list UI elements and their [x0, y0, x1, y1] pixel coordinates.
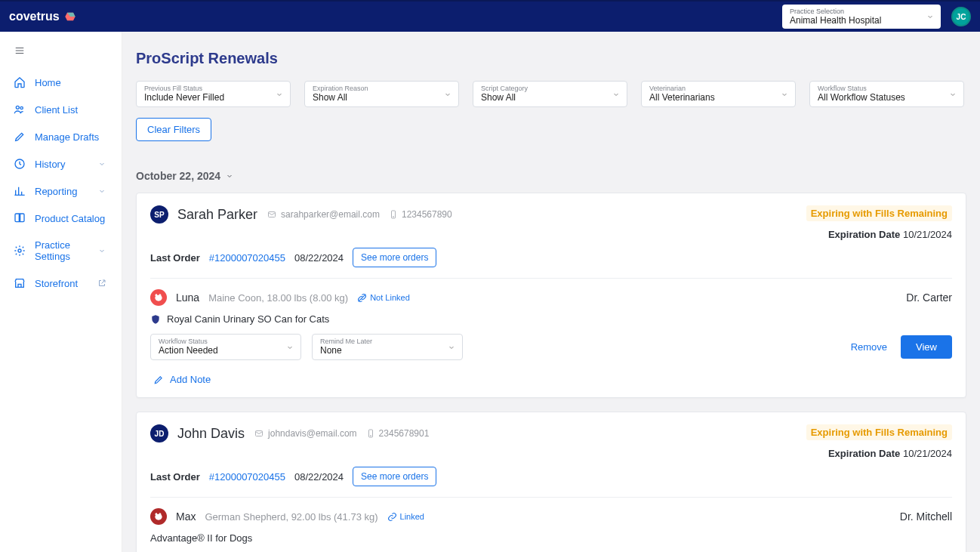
chevron-down-icon: [96, 159, 108, 168]
remove-link[interactable]: Remove: [851, 341, 887, 353]
order-number-link[interactable]: #1200007020455: [209, 471, 285, 483]
pet-name: Max: [176, 510, 196, 523]
filter-row: Previous Fill Status Include Never Fille…: [136, 81, 966, 107]
chevron-down-icon: [612, 90, 621, 99]
view-button[interactable]: View: [901, 335, 952, 359]
filter-expiration-reason[interactable]: Expiration Reason Show All: [304, 81, 459, 107]
practice-select-value: Animal Health Hospital: [790, 15, 920, 26]
nav-label: Storefront: [35, 278, 78, 289]
filter-veterinarian[interactable]: Veterinarian All Veterinarians: [641, 81, 796, 107]
store-icon: [14, 277, 26, 289]
last-order-row: Last Order #1200007020455 08/22/2024 See…: [137, 459, 966, 497]
client-email: johndavis@email.com: [254, 428, 357, 439]
svg-point-8: [393, 217, 393, 217]
nav-label: Home: [35, 77, 61, 88]
nav-label: Client List: [35, 104, 78, 116]
clock-icon: [14, 158, 26, 170]
brand-logo: covetrus: [9, 10, 76, 23]
nav-label: History: [35, 159, 65, 170]
client-email: sarahparker@email.com: [267, 209, 380, 220]
user-avatar[interactable]: JC: [951, 7, 971, 26]
order-number-link[interactable]: #1200007020455: [209, 252, 285, 264]
filter-previous-fill[interactable]: Previous Fill Status Include Never Fille…: [136, 81, 291, 107]
expiry-status-badge: Expiring with Fills Remaining: [806, 424, 952, 440]
nav-label: Reporting: [35, 186, 77, 197]
phone-icon: [366, 428, 375, 439]
veterinarian-name: Dr. Carter: [906, 291, 952, 304]
client-row: JD John Davis johndavis@email.com 234567…: [150, 424, 429, 443]
client-phone: 1234567890: [389, 209, 452, 220]
nav-product-catalog[interactable]: Product Catalog: [0, 205, 122, 232]
svg-point-3: [20, 106, 23, 109]
expiration-date: Expiration Date 10/21/2024: [806, 229, 952, 240]
chevron-down-icon: [275, 90, 284, 99]
gear-icon: [14, 245, 26, 257]
see-more-orders-button[interactable]: See more orders: [353, 248, 436, 267]
svg-point-5: [18, 249, 21, 252]
shield-icon: [150, 314, 161, 325]
chevron-down-icon: [225, 171, 234, 180]
link-icon: [387, 512, 397, 522]
chart-icon: [14, 185, 26, 197]
filter-workflow-status[interactable]: Workflow Status All Workflow Statuses: [809, 81, 964, 107]
filter-script-category[interactable]: Script Category Show All: [473, 81, 627, 107]
nav-list: Home Client List Manage Drafts History R…: [0, 69, 122, 297]
last-order-row: Last Order #1200007020455 08/22/2024 See…: [137, 240, 966, 278]
expiry-status-badge: Expiring with Fills Remaining: [806, 205, 952, 221]
menu-toggle[interactable]: [0, 41, 122, 69]
svg-point-2: [16, 106, 19, 109]
chevron-down-icon: [96, 246, 108, 255]
pencil-icon: [14, 131, 26, 143]
pet-breed: Maine Coon, 18.00 lbs (8.00 kg): [208, 292, 348, 304]
status-column: Expiring with Fills Remaining Expiration…: [806, 424, 952, 459]
product-name: Advantage® II for Dogs: [150, 532, 252, 544]
pet-species-icon: [150, 289, 167, 306]
see-more-orders-button[interactable]: See more orders: [353, 467, 436, 486]
link-status[interactable]: Not Linked: [357, 293, 410, 303]
chevron-down-icon: [926, 12, 935, 21]
workflow-status-select[interactable]: Workflow Status Action Needed: [150, 334, 301, 360]
brand-name: covetrus: [9, 10, 60, 23]
nav-reporting[interactable]: Reporting: [0, 177, 122, 205]
pet-info: Max German Shepherd, 92.00 lbs (41.73 kg…: [150, 508, 424, 525]
renewal-card: JD John Davis johndavis@email.com 234567…: [136, 412, 966, 552]
renewal-card: SP Sarah Parker sarahparker@email.com 12…: [136, 193, 966, 398]
remind-me-later-select[interactable]: Remind Me Later None: [312, 334, 463, 360]
pet-info: Luna Maine Coon, 18.00 lbs (8.00 kg) Not…: [150, 289, 410, 306]
nav-client-list[interactable]: Client List: [0, 96, 122, 123]
link-icon: [357, 293, 367, 303]
chevron-down-icon: [948, 90, 957, 99]
top-bar: covetrus Practice Selection Animal Healt…: [0, 0, 980, 32]
veterinarian-name: Dr. Mitchell: [900, 510, 952, 523]
hamburger-icon: [14, 45, 26, 56]
nav-label: Manage Drafts: [35, 131, 99, 143]
nav-home[interactable]: Home: [0, 69, 122, 96]
chevron-down-icon: [780, 90, 789, 99]
date-group-header[interactable]: October 22, 2024: [136, 170, 966, 182]
clear-filters-button[interactable]: Clear Filters: [136, 118, 211, 141]
page-title: ProScript Renewals: [136, 50, 966, 67]
sidebar: Home Client List Manage Drafts History R…: [0, 32, 122, 552]
pet-name: Luna: [176, 291, 199, 304]
phone-icon: [389, 209, 398, 220]
pet-breed: German Shepherd, 92.00 lbs (41.73 kg): [205, 511, 378, 523]
topbar-right: Practice Selection Animal Health Hospita…: [782, 5, 971, 29]
nav-practice-settings[interactable]: Practice Settings: [0, 232, 122, 270]
mail-icon: [267, 210, 277, 219]
practice-select[interactable]: Practice Selection Animal Health Hospita…: [782, 5, 941, 29]
add-note-button[interactable]: Add Note: [137, 366, 966, 397]
product-row: Royal Canin Urinary SO Can for Cats: [137, 306, 966, 334]
nav-storefront[interactable]: Storefront: [0, 270, 122, 297]
status-column: Expiring with Fills Remaining Expiration…: [806, 205, 952, 240]
nav-label: Practice Settings: [35, 239, 87, 262]
nav-history[interactable]: History: [0, 150, 122, 177]
client-initials: SP: [150, 205, 168, 224]
svg-point-12: [370, 436, 371, 436]
mail-icon: [254, 429, 264, 438]
nav-manage-drafts[interactable]: Manage Drafts: [0, 123, 122, 150]
chevron-down-icon: [447, 343, 456, 352]
link-status[interactable]: Linked: [387, 512, 424, 522]
external-link-icon: [96, 279, 108, 288]
client-name: Sarah Parker: [177, 207, 257, 223]
home-icon: [14, 76, 26, 88]
